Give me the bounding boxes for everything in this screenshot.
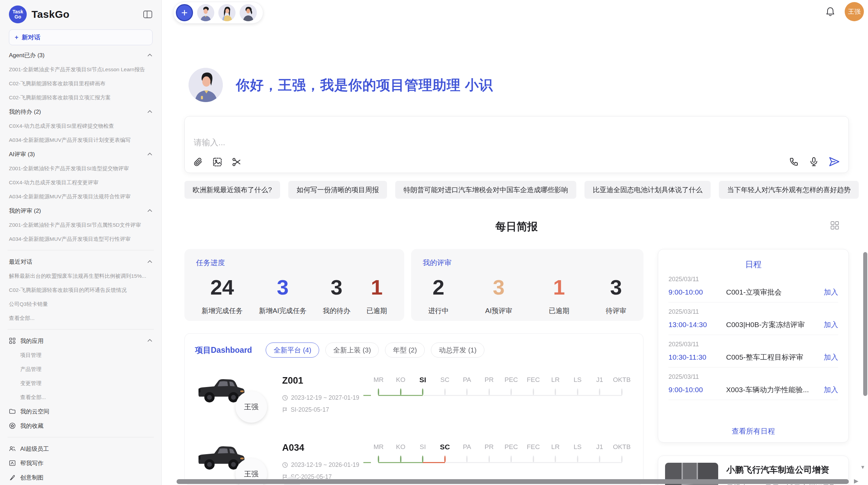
sidebar-item[interactable]: Z001-全新燃油轻卡产品开发项目SI造型提交物评审: [9, 161, 153, 175]
tab-powertrain[interactable]: 动总开发 (1): [431, 343, 484, 358]
input-left-icons: [193, 157, 242, 167]
section-my-review[interactable]: 我的评审 (2): [9, 203, 153, 218]
milestone-dot: [599, 388, 600, 396]
sidebar-item[interactable]: Z001-全新燃油轻卡产品开发项目SI节点属性5D文件评审: [9, 218, 153, 232]
suggestion-chip[interactable]: 比亚迪全固态电池计划具体说了什么: [584, 181, 711, 199]
milestone-pa: PA: [456, 441, 478, 485]
sidebar-item[interactable]: A034-全新新能源MUV产品开发项目计划变更表编写: [9, 133, 153, 147]
sidebar-item-help-me-write[interactable]: 帮我写作: [9, 456, 153, 470]
milestone-ko: KO: [390, 374, 412, 425]
sidebar-item[interactable]: Z001-全新燃油皮卡产品开发项目SI节点Lesson Learn报告: [9, 62, 153, 76]
milestone-pec: PEC: [500, 441, 522, 485]
join-link[interactable]: 加入: [824, 287, 838, 297]
tab-new-body[interactable]: 全新上装 (3): [325, 343, 379, 358]
tab-new-platform[interactable]: 全新平台 (4): [266, 343, 319, 358]
recent-chat-item[interactable]: C02-飞腾新能源轻客改款项目的闭环通告反馈情况: [9, 283, 153, 297]
chevron-up-icon[interactable]: [147, 209, 153, 213]
milestone-dot: [400, 388, 401, 396]
tab-year-model[interactable]: 年型 (2): [385, 343, 425, 358]
recent-chat-item[interactable]: 公司Q3轻卡销量: [9, 297, 153, 311]
sidebar-item[interactable]: A034-全新新能源MUV产品开发项目造型可行性评审: [9, 232, 153, 246]
chat-input-card: [184, 116, 849, 173]
project-info: Z001 2023-12-19 ~ 2027-01-19 SI-2025-05-…: [282, 373, 365, 425]
milestone-track: MR KO SI SC PA PR PEC FEC LR LS J1 OKTB: [367, 373, 633, 425]
sidebar-item[interactable]: C02-飞腾新能源轻客改款项目立项汇报方案: [9, 90, 153, 104]
milestone-dot: [489, 388, 490, 396]
stat-value: 3: [323, 275, 350, 299]
sidebar-item-ai-super-staff[interactable]: AI超级员工: [9, 442, 153, 456]
schedule-date: 2025/03/11: [668, 276, 838, 283]
sidebar-collapse-icon[interactable]: [143, 10, 153, 19]
suggestion-chip[interactable]: 如何写一份清晰的项目周报: [288, 181, 387, 199]
sidebar-item[interactable]: C0X4-动力总成开发项目SI里程碑提交物检查: [9, 119, 153, 133]
attachment-icon[interactable]: [193, 157, 203, 167]
sidebar-item-favorites[interactable]: 我的收藏: [9, 419, 153, 433]
scroll-right-arrow[interactable]: ▶: [854, 477, 858, 485]
sidebar-item-my-apps[interactable]: 我的应用: [9, 334, 153, 348]
chevron-up-icon[interactable]: [147, 152, 153, 156]
suggestion-chip[interactable]: 欧洲新规最近颁布了什么?: [184, 181, 280, 199]
app-item-product-mgmt[interactable]: 产品管理: [9, 362, 153, 376]
chat-input[interactable]: [194, 138, 605, 147]
section-agent-done[interactable]: Agent已办 (3): [9, 48, 153, 62]
section-ai-review[interactable]: AI评审 (3): [9, 147, 153, 161]
section-title: Agent已办 (3): [9, 51, 45, 59]
chevron-up-icon[interactable]: [147, 337, 153, 344]
join-link[interactable]: 加入: [824, 320, 838, 329]
join-link[interactable]: 加入: [824, 385, 838, 395]
recent-view-all[interactable]: 查看全部...: [9, 311, 153, 325]
milestone-dot: [533, 388, 534, 396]
feather-pen-icon: [9, 474, 16, 481]
agent-avatar-2[interactable]: [218, 4, 236, 21]
scissors-icon[interactable]: [231, 157, 242, 167]
bell-icon[interactable]: [825, 7, 835, 17]
news-title: 小鹏飞行汽车制造公司增资: [726, 464, 836, 475]
new-chat-button[interactable]: + 新对话: [9, 29, 153, 45]
vertical-scrollbar[interactable]: [863, 252, 867, 396]
suggestion-chip[interactable]: 特朗普可能对进口汽车增税会对中国车企造成哪些影响: [395, 181, 576, 199]
section-recent-chats[interactable]: 最近对话: [9, 254, 153, 269]
project-row-z001[interactable]: 王强 Z001 2023-12-19 ~ 2027-01-19 SI-2025-…: [195, 373, 633, 425]
phone-icon[interactable]: [789, 157, 799, 167]
agent-avatar-pill: +: [173, 2, 263, 24]
agent-avatar-1[interactable]: [197, 4, 214, 21]
chevron-up-icon[interactable]: [147, 53, 153, 57]
chevron-up-icon[interactable]: [147, 110, 153, 114]
recent-chat-item[interactable]: 解释最新出台的欧盟报废车法规再生塑料比例被调到15%...: [9, 269, 153, 283]
schedule-time: 9:00-10:00: [668, 288, 726, 296]
milestone-dot: [555, 388, 556, 396]
section-my-todo[interactable]: 我的待办 (2): [9, 104, 153, 119]
sidebar-item[interactable]: A034-全新新能源MUV产品开发项目法规符合性评审: [9, 189, 153, 203]
project-row-a034[interactable]: 王强 A034 2023-12-19 ~ 2026-01-19 SC-2025-…: [195, 440, 633, 485]
milestone-si: SI: [412, 374, 434, 425]
stat-review-overdue: 1 已逾期: [549, 275, 569, 315]
sidebar-item-cloud-space[interactable]: 我的云空间: [9, 404, 153, 419]
sidebar-item[interactable]: C02-飞腾新能源轻客改款项目里程碑画布: [9, 76, 153, 90]
chevron-up-icon[interactable]: [147, 260, 153, 264]
help-me-write-label: 帮我写作: [20, 459, 44, 467]
sidebar-item-creative-drawing[interactable]: 创意制图: [9, 470, 153, 485]
mic-icon[interactable]: [809, 157, 819, 167]
horizontal-scrollbar[interactable]: [177, 479, 849, 484]
app-item-project-mgmt[interactable]: 项目管理: [9, 348, 153, 362]
add-agent-button[interactable]: +: [176, 4, 193, 21]
topbar-right: 王强: [825, 2, 864, 21]
card-title: 我的评审: [423, 258, 632, 268]
suggestion-chip[interactable]: 当下年轻人对汽车外观有怎样的喜好趋势: [719, 181, 859, 199]
layout-grid-icon[interactable]: [830, 221, 839, 230]
user-avatar[interactable]: 王强: [845, 2, 864, 21]
app-item-change-mgmt[interactable]: 变更管理: [9, 376, 153, 390]
project-flag: SI-2025-05-17: [282, 406, 365, 413]
send-icon[interactable]: [829, 156, 840, 167]
join-link[interactable]: 加入: [824, 352, 838, 362]
task-progress-card: 任务进度 24 新增完成任务 3 新增AI完成任务 3: [184, 249, 404, 321]
view-all-schedule-link[interactable]: 查看所有日程: [658, 426, 848, 436]
stat-value: 2: [428, 275, 449, 299]
scroll-down-arrow[interactable]: ▼: [860, 464, 865, 470]
my-review-card: 我的评审 2 进行中 3 AI预评审 1: [411, 249, 643, 321]
apps-view-all[interactable]: 查看全部...: [9, 390, 153, 404]
sidebar-item[interactable]: C0X4-动力总成开发项目工程变更评审: [9, 175, 153, 189]
image-icon[interactable]: [212, 157, 222, 167]
agent-avatar-3[interactable]: [240, 4, 257, 21]
milestone-sc: SC: [434, 441, 456, 485]
